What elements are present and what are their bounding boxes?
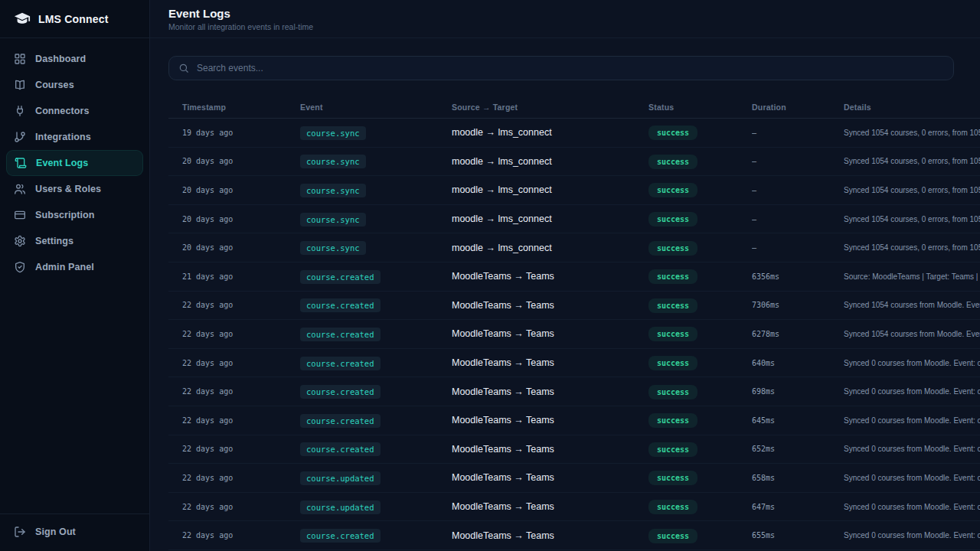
- sidebar-item-courses[interactable]: Courses: [6, 72, 143, 98]
- row-duration: –: [752, 129, 844, 137]
- row-event: course.created: [300, 413, 452, 428]
- sidebar-item-event-logs[interactable]: Event Logs: [6, 150, 143, 176]
- column-header-status: Status: [648, 103, 752, 112]
- brand: LMS Connect: [0, 0, 149, 38]
- row-source-target: moodle → lms_connect: [452, 243, 648, 253]
- row-source-target: MoodleTeams → Teams: [452, 501, 648, 512]
- shield-check-icon: [14, 261, 26, 273]
- sidebar-item-integrations[interactable]: Integrations: [6, 124, 143, 150]
- row-timestamp: 22 days ago: [168, 445, 300, 453]
- dashboard-grid-icon: [14, 53, 26, 65]
- table-row[interactable]: 22 days ago course.created MoodleTeams →…: [168, 292, 980, 321]
- row-source-target: MoodleTeams → Teams: [452, 530, 648, 541]
- git-branch-icon: [14, 131, 26, 143]
- row-timestamp: 22 days ago: [168, 387, 300, 396]
- row-timestamp: 22 days ago: [168, 474, 300, 482]
- row-timestamp: 22 days ago: [168, 531, 300, 540]
- sidebar-item-users-roles[interactable]: Users & Roles: [6, 176, 143, 202]
- search-input[interactable]: [197, 63, 944, 73]
- row-source-target: MoodleTeams → Teams: [452, 271, 648, 282]
- row-status: success: [648, 384, 752, 399]
- status-badge: success: [648, 471, 697, 485]
- plug-icon: [14, 105, 26, 117]
- row-event: course.updated: [300, 471, 452, 485]
- status-badge: success: [648, 529, 697, 543]
- logout-icon: [14, 526, 26, 538]
- brand-name: LMS Connect: [38, 13, 109, 25]
- table-row[interactable]: 22 days ago course.created MoodleTeams →…: [168, 377, 980, 406]
- row-timestamp: 21 days ago: [168, 272, 300, 281]
- table-row[interactable]: 22 days ago course.created MoodleTeams →…: [168, 435, 980, 465]
- table-row[interactable]: 20 days ago course.sync moodle → lms_con…: [168, 205, 980, 234]
- sidebar-item-label: Dashboard: [35, 54, 86, 64]
- row-status: success: [648, 499, 752, 514]
- sidebar-item-label: Admin Panel: [35, 262, 94, 272]
- table-row[interactable]: 19 days ago course.sync moodle → lms_con…: [168, 119, 980, 148]
- row-duration: 6278ms: [752, 330, 844, 338]
- table-row[interactable]: 20 days ago course.sync moodle → lms_con…: [168, 233, 980, 262]
- row-event: course.sync: [300, 126, 452, 140]
- row-duration: –: [752, 186, 844, 194]
- status-badge: success: [648, 269, 697, 284]
- sidebar-item-label: Event Logs: [36, 158, 88, 168]
- sidebar-item-label: Integrations: [35, 132, 91, 142]
- row-details: Synced 1054 courses, 0 errors, from 1054…: [844, 129, 980, 137]
- content-area: Timestamp Event Source → Target Status D…: [150, 38, 980, 550]
- sidebar-item-label: Subscription: [35, 210, 95, 220]
- row-status: success: [648, 470, 752, 485]
- event-log-table: Timestamp Event Source → Target Status D…: [168, 96, 980, 550]
- row-event: course.sync: [300, 154, 452, 168]
- sidebar-item-dashboard[interactable]: Dashboard: [6, 46, 143, 72]
- status-badge: success: [648, 413, 697, 428]
- table-row[interactable]: 22 days ago course.created MoodleTeams →…: [168, 521, 980, 550]
- row-details: Synced 1054 courses, 0 errors, from 1054…: [844, 243, 980, 252]
- row-duration: 645ms: [752, 416, 844, 425]
- row-event: course.updated: [300, 500, 452, 514]
- row-status: success: [648, 211, 752, 227]
- status-badge: success: [648, 212, 697, 227]
- row-timestamp: 19 days ago: [168, 129, 300, 137]
- row-details: Synced 0 courses from Moodle. Event: cou…: [844, 387, 980, 396]
- table-row[interactable]: 22 days ago course.created MoodleTeams →…: [168, 349, 980, 378]
- row-event: course.created: [300, 356, 452, 370]
- sidebar-item-connectors[interactable]: Connectors: [6, 98, 143, 124]
- table-body: 19 days ago course.sync moodle → lms_con…: [168, 119, 980, 550]
- row-timestamp: 20 days ago: [168, 215, 300, 223]
- table-row[interactable]: 21 days ago course.created MoodleTeams →…: [168, 262, 980, 292]
- row-status: success: [648, 269, 752, 284]
- event-type-badge: course.created: [300, 529, 381, 543]
- event-type-badge: course.created: [300, 270, 381, 284]
- status-badge: success: [648, 298, 697, 313]
- row-event: course.created: [300, 442, 452, 456]
- row-event: course.sync: [300, 212, 452, 227]
- event-type-badge: course.created: [300, 328, 381, 341]
- sidebar-item-admin-panel[interactable]: Admin Panel: [6, 254, 143, 280]
- sidebar-item-subscription[interactable]: Subscription: [6, 202, 143, 228]
- table-row[interactable]: 22 days ago course.updated MoodleTeams →…: [168, 464, 980, 493]
- row-event: course.created: [300, 298, 452, 312]
- row-details: Synced 0 courses from Moodle. Event: cou…: [844, 416, 980, 425]
- table-row[interactable]: 20 days ago course.sync moodle → lms_con…: [168, 176, 980, 205]
- table-row[interactable]: 22 days ago course.created MoodleTeams →…: [168, 406, 980, 435]
- status-badge: success: [648, 183, 697, 197]
- column-header-source-target: Source → Target: [452, 103, 648, 112]
- table-row[interactable]: 22 days ago course.updated MoodleTeams →…: [168, 493, 980, 522]
- row-source-target: MoodleTeams → Teams: [452, 357, 648, 368]
- sidebar-item-label: Courses: [35, 80, 74, 90]
- table-row[interactable]: 20 days ago course.sync moodle → lms_con…: [168, 148, 980, 177]
- row-status: success: [648, 355, 752, 370]
- row-details: Synced 1054 courses, 0 errors, from 1054…: [844, 157, 980, 165]
- sign-out-button[interactable]: Sign Out: [6, 519, 143, 545]
- row-details: Synced 1054 courses from Moodle. Event: …: [844, 301, 980, 309]
- sidebar-item-settings[interactable]: Settings: [6, 228, 143, 254]
- status-badge: success: [648, 500, 697, 514]
- row-timestamp: 20 days ago: [168, 157, 300, 165]
- row-details: Synced 0 courses from Moodle. Event: cou…: [844, 531, 980, 540]
- search-bar[interactable]: [168, 56, 954, 80]
- row-timestamp: 22 days ago: [168, 301, 300, 309]
- status-badge: success: [648, 327, 697, 341]
- row-event: course.sync: [300, 240, 452, 255]
- row-event: course.created: [300, 528, 452, 543]
- table-row[interactable]: 22 days ago course.created MoodleTeams →…: [168, 320, 980, 349]
- row-duration: 7306ms: [752, 301, 844, 309]
